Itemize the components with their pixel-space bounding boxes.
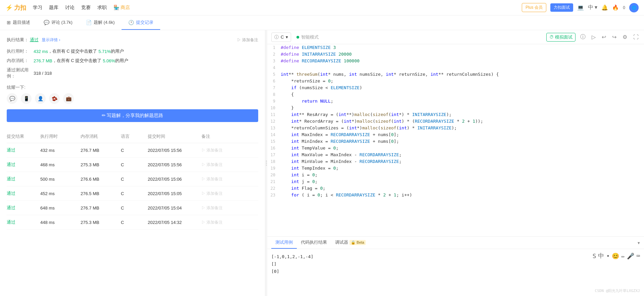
device-icon[interactable]: 💻 (577, 4, 584, 11)
nav-discuss[interactable]: 讨论 (65, 5, 75, 11)
logo[interactable]: ⚡ 力扣 (5, 4, 26, 12)
mic-icon[interactable]: 🎤 (627, 252, 634, 259)
nav-shop[interactable]: 🏪 商店 (113, 5, 130, 11)
row-lang-2: C (121, 177, 148, 182)
info-btn[interactable]: ⓘ (579, 33, 587, 41)
code-line: 21 int j = 0; (267, 178, 644, 185)
code-editor[interactable]: 1 #define ELEMENTSIZE 3 2 #define INITAR… (267, 44, 644, 236)
line-content: int MaxIndex = RECORDARRAYSIZE + nums[0]… (279, 131, 644, 138)
row-note-4[interactable]: ▷ 添加备注 (201, 205, 258, 211)
btab-debugger[interactable]: 调试器 🔒 Beta (331, 237, 370, 249)
add-note-button[interactable]: ▷ 添加备注 (237, 37, 258, 43)
write-solution-button[interactable]: ✏ 写题解，分享我的解题思路 (7, 109, 258, 122)
tab-description[interactable]: ⊞ 题目描述 (0, 15, 37, 30)
row-note-3[interactable]: ▷ 添加备注 (201, 191, 258, 196)
line-number: 21 (267, 178, 279, 185)
settings-icon[interactable]: ⚙ (621, 33, 629, 41)
undo-icon[interactable]: ↩ (600, 33, 607, 41)
plus-member-button[interactable]: Plus 会员 (522, 3, 546, 12)
line-number: 11 (267, 111, 279, 118)
language-selector[interactable]: ⓘ C ▾ (271, 33, 291, 42)
btab-result[interactable]: 代码执行结果 (297, 237, 331, 249)
line-number: 18 (267, 158, 279, 165)
smart-mode-toggle[interactable]: 智能模式 (296, 34, 319, 40)
row-note-2[interactable]: ▷ 添加备注 (201, 176, 258, 182)
code-line: 2 #define INITARRAYSIZE 20000 (267, 51, 644, 58)
run-icon[interactable]: ▷ (590, 33, 597, 41)
row-date-3: 2022/07/05 15:05 (148, 191, 201, 196)
code-line: 15 int MinIndex = RECORDARRAYSIZE + nums… (267, 138, 644, 145)
interview-button[interactable]: 力扣面试 (550, 3, 573, 12)
row-time-5: 448 ms (40, 220, 81, 225)
main-layout: 执行结果： 通过 显示详情 › ▷ 添加备注 执行用时： 432 ms ，在所有… (0, 30, 644, 296)
user-avatar[interactable]: 🌐 (629, 3, 639, 12)
row-date-2: 2022/07/05 15:06 (148, 177, 201, 182)
result-detail-link[interactable]: 显示详情 › (42, 38, 60, 42)
row-note-0[interactable]: ▷ 添加备注 (201, 147, 258, 153)
keyboard-icon[interactable]: ⌨ (636, 252, 640, 259)
nav-contest[interactable]: 竞赛 (81, 5, 91, 11)
tab-comments-label: 评论 (3.7k) (51, 19, 73, 25)
code-line: 7 if (numsSize < ELEMENTSIZE) (267, 84, 644, 91)
row-result-1[interactable]: 通过 (7, 162, 15, 167)
editor-topbar: ⓘ C ▾ 智能模式 ⏱ 模拟面试 ⓘ ▷ ↩ ↪ ⚙ ⛶ (267, 30, 644, 44)
tab-solutions[interactable]: 📄 题解 (4.6k) (79, 15, 122, 30)
btab-testcase[interactable]: 测试用例 (271, 237, 297, 249)
row-time-1: 468 ms (40, 162, 81, 167)
row-result-5[interactable]: 通过 (7, 220, 15, 225)
stat-mem: 内存消耗： 276.7 MB ，在所有 C 提交中击败了 5.06% 的用户 (7, 58, 258, 64)
fire-icon[interactable]: 🔥 (612, 4, 619, 11)
edit-icon[interactable]: ✏ (621, 252, 625, 259)
row-note-5[interactable]: ▷ 添加备注 (201, 220, 258, 225)
sougou-icon[interactable]: S (593, 252, 596, 259)
table-header: 提交结果 执行用时 内存消耗 语言 提交时间 备注 (7, 130, 258, 143)
code-line: 23 for ( i = 0; i < RECORDARRAYSIZE * 2 … (267, 192, 644, 198)
emoji-icon[interactable]: 😊 (612, 252, 619, 259)
notification-bell[interactable]: 🔔 (601, 4, 608, 11)
result-pass[interactable]: 通过 (30, 37, 39, 42)
logo-icon: ⚡ (5, 4, 13, 11)
tab-submissions[interactable]: 🕐 提交记录 (122, 15, 160, 30)
stat-mem-value: 276.7 MB (34, 58, 52, 63)
subtabs: ⊞ 题目描述 💬 评论 (3.7k) 📄 题解 (4.6k) 🕐 提交记录 (0, 15, 644, 30)
code-line: 4 (267, 64, 644, 71)
share-linkedin-button[interactable]: 💼 (63, 93, 74, 104)
fullscreen-icon[interactable]: ⛶ (632, 34, 640, 41)
line-content: int MinIndex = RECORDARRAYSIZE + nums[0]… (279, 138, 644, 145)
code-line: 11 int** ResArray = (int**)malloc(sizeof… (267, 111, 644, 118)
nav-problems[interactable]: 题库 (49, 5, 58, 11)
dot-icon[interactable]: • (606, 252, 610, 259)
col-header-lang: 语言 (121, 133, 148, 139)
row-note-1[interactable]: ▷ 添加备注 (201, 162, 258, 168)
expand-console-button[interactable]: ▾ (638, 240, 640, 245)
font-size-control[interactable]: 中 ▾ (588, 4, 597, 11)
btab-testcase-label: 测试用例 (275, 239, 293, 245)
format-icon[interactable]: 中 (598, 252, 604, 260)
result-label: 执行结果： (7, 37, 29, 42)
share-douban-button[interactable]: 🫘 (49, 93, 60, 104)
nav-jobs[interactable]: 求职 (97, 5, 107, 11)
share-qq-button[interactable]: 👤 (35, 93, 46, 104)
redo-icon[interactable]: ↪ (611, 33, 618, 41)
row-lang-3: C (121, 191, 148, 196)
share-wechat-button[interactable]: 💬 (7, 93, 17, 104)
row-date-0: 2022/07/05 15:56 (148, 148, 201, 153)
row-lang-1: C (121, 162, 148, 167)
row-result-4[interactable]: 通过 (7, 205, 15, 210)
right-panel: ⓘ C ▾ 智能模式 ⏱ 模拟面试 ⓘ ▷ ↩ ↪ ⚙ ⛶ 1 (267, 30, 644, 296)
console-line-0: [-1,0,1,2,-1,-4] (271, 253, 640, 260)
row-result-3[interactable]: 通过 (7, 191, 15, 196)
line-number: 20 (267, 172, 279, 178)
simulate-interview-button[interactable]: ⏱ 模拟面试 (546, 33, 576, 42)
row-date-1: 2022/07/05 15:56 (148, 162, 201, 167)
share-weibo-button[interactable]: 📱 (21, 93, 32, 104)
line-number: 8 (267, 91, 279, 98)
tab-comments[interactable]: 💬 评论 (3.7k) (37, 15, 79, 30)
code-line: 22 int Flag = 0; (267, 185, 644, 192)
line-content: int** ResArray = (int**)malloc(sizeof(in… (279, 111, 644, 118)
nav-study[interactable]: 学习 (33, 5, 42, 11)
col-header-mem: 内存消耗 (81, 133, 121, 139)
row-result-0[interactable]: 通过 (7, 147, 15, 153)
line-number: 12 (267, 118, 279, 125)
row-result-2[interactable]: 通过 (7, 176, 15, 181)
